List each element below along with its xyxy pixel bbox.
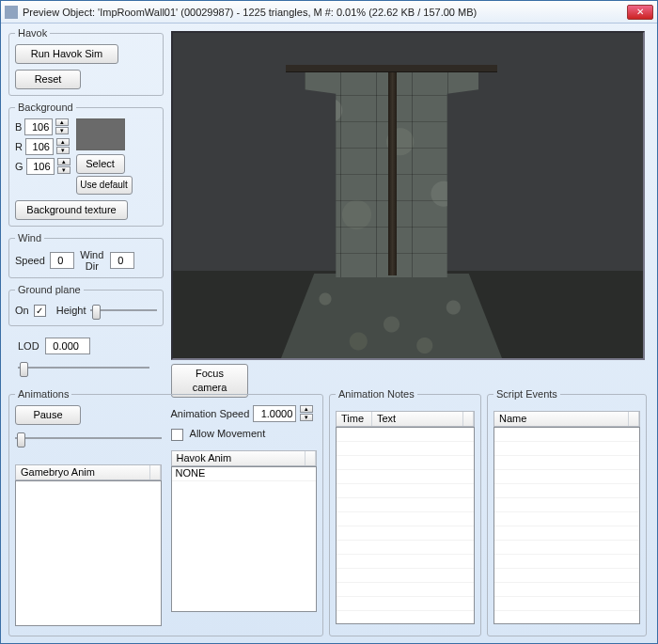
wind-group: Wind Speed 0 Wind Dir 0 [8,232,164,278]
g-label: G [15,161,24,172]
table-row[interactable] [337,583,474,597]
background-group: Background B 106 ▴▾ R 106 ▴▾ [8,102,164,227]
anim-speed-label: Animation Speed [171,408,250,419]
table-row[interactable] [337,555,474,569]
anim-speed-spinner[interactable]: ▴▾ [300,405,313,422]
gamebryo-header[interactable]: Gamebryo Anim [15,464,162,480]
animnotes-time-col[interactable]: Time [337,412,372,426]
table-row[interactable] [494,512,639,526]
ground-height-slider[interactable] [90,301,157,320]
table-row[interactable] [494,597,639,611]
table-row[interactable] [494,442,639,456]
run-havok-button[interactable]: Run Havok Sim [15,44,118,64]
havok-anim-header[interactable]: Havok Anim [171,450,318,466]
table-row[interactable] [494,541,639,555]
select-color-button[interactable]: Select [76,154,125,174]
titlebar[interactable]: Preview Object: 'ImpRoomWall01' (0002998… [1,1,657,24]
wind-speed-label: Speed [15,255,45,266]
animnotes-header[interactable]: Time Text [336,411,475,427]
b-label: B [15,121,22,133]
table-row[interactable] [337,569,474,583]
table-row[interactable] [494,498,639,512]
table-row[interactable] [494,555,639,569]
table-row[interactable] [494,526,639,541]
table-row[interactable] [337,456,474,470]
anim-speed-input[interactable]: 1.0000 [253,405,296,422]
color-swatch [76,118,125,150]
table-row[interactable] [337,498,474,512]
ground-on-label: On [15,305,29,316]
lod-input[interactable]: 0.000 [45,338,90,354]
animations-group: Animations Pause Gamebryo Anim [8,388,323,636]
scriptev-legend: Script Events [494,388,560,400]
window-title: Preview Object: 'ImpRoomWall01' (0002998… [23,7,627,18]
use-default-button[interactable]: Use default [76,176,133,195]
ground-group: Ground plane On ✓ Height [8,284,164,326]
wind-speed-input[interactable]: 0 [50,252,74,269]
floor-visual [281,274,502,358]
havok-legend: Havok [15,27,50,39]
allow-movement-checkbox[interactable] [171,429,183,441]
ground-on-checkbox[interactable]: ✓ [34,305,46,317]
wind-dir-input[interactable]: 0 [110,252,134,269]
ground-height-label: Height [56,305,86,316]
table-row[interactable] [494,484,639,498]
havok-anim-list[interactable]: NONE [171,466,318,612]
r-label: R [15,141,23,152]
table-row[interactable] [494,583,639,597]
b-input[interactable]: 106 [24,118,53,135]
close-button[interactable]: ✕ [627,5,653,20]
wall-post [388,72,397,275]
table-row[interactable] [337,470,474,484]
preview-window: Preview Object: 'ImpRoomWall01' (0002998… [0,0,658,644]
table-row[interactable] [337,526,474,541]
table-row[interactable] [337,541,474,555]
table-row[interactable] [337,512,474,526]
animnotes-text-col[interactable]: Text [372,412,463,426]
table-row[interactable] [337,597,474,611]
allow-movement-label: Allow Movement [190,428,266,439]
animnotes-legend: Animation Notes [336,388,417,400]
lod-label: LOD [18,340,39,352]
script-events-group: Script Events Name [487,388,647,636]
background-legend: Background [15,102,76,113]
app-icon [5,6,18,19]
ground-legend: Ground plane [15,284,84,295]
r-input[interactable]: 106 [25,138,54,155]
wind-dir-label: Wind Dir [79,249,105,272]
havok-anim-col[interactable]: Havok Anim [172,451,306,465]
scriptev-name-col[interactable]: Name [494,412,629,426]
table-row[interactable] [337,428,474,442]
pause-button[interactable]: Pause [15,405,81,425]
wall-topbeam [286,65,497,72]
table-row[interactable] [494,569,639,583]
wind-legend: Wind [15,232,44,243]
b-spinner[interactable]: ▴▾ [55,118,69,135]
table-row[interactable] [494,428,639,442]
table-row[interactable] [337,484,474,498]
gamebryo-col[interactable]: Gamebryo Anim [16,465,150,479]
reset-button[interactable]: Reset [15,70,81,89]
r-spinner[interactable]: ▴▾ [56,138,70,155]
g-spinner[interactable]: ▴▾ [57,158,70,175]
table-row[interactable] [494,456,639,470]
animation-notes-group: Animation Notes Time Text [329,388,481,636]
table-row[interactable] [494,470,639,484]
viewport[interactable] [171,31,645,360]
g-input[interactable]: 106 [26,158,55,175]
background-texture-button[interactable]: Background texture [15,200,128,220]
lod-slider[interactable] [18,358,149,377]
scriptev-header[interactable]: Name [494,411,640,427]
gamebryo-list[interactable] [15,480,162,626]
list-item[interactable]: NONE [172,467,317,481]
table-row[interactable] [337,442,474,456]
animnotes-list[interactable] [336,427,475,624]
scriptev-list[interactable] [494,427,640,624]
animations-legend: Animations [15,388,71,400]
anim-time-slider[interactable] [15,429,162,448]
havok-group: Havok Run Havok Sim Reset [8,27,164,96]
